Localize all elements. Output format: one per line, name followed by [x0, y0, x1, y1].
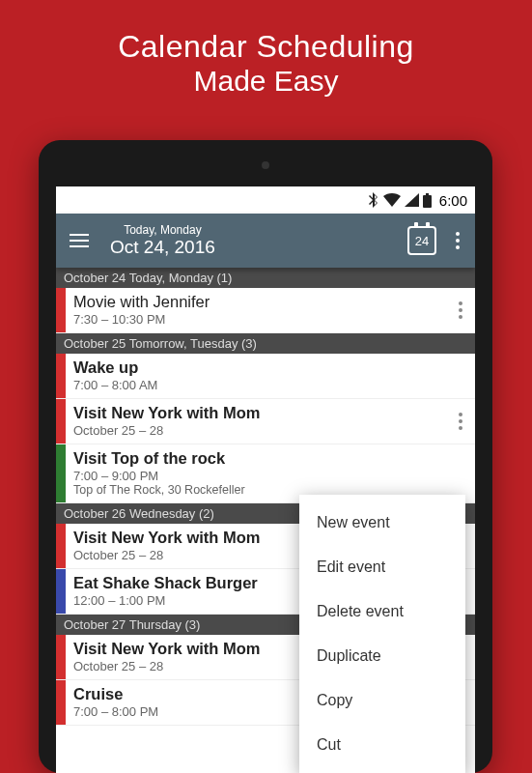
promo-title: Calendar Scheduling Made Easy	[0, 0, 532, 98]
event-color-strip	[56, 569, 66, 614]
screen: 6:00 Today, Monday Oct 24, 2016 24 Octob…	[56, 186, 475, 773]
today-number: 24	[415, 234, 429, 248]
app-bar: Today, Monday Oct 24, 2016 24	[56, 214, 475, 268]
event-color-strip	[56, 288, 66, 332]
promo-line1: Calendar Scheduling	[0, 29, 532, 65]
today-button[interactable]: 24	[407, 226, 436, 255]
event-color-strip	[56, 444, 66, 502]
event-title: Wake up	[73, 358, 467, 377]
wifi-icon	[383, 193, 401, 207]
menu-edit-event[interactable]: Edit event	[299, 545, 465, 589]
battery-icon	[423, 193, 432, 208]
event-color-strip	[56, 354, 66, 398]
event-color-strip	[56, 635, 66, 679]
event-time: 7:00 – 8:00 AM	[73, 378, 467, 392]
tablet-frame: 6:00 Today, Monday Oct 24, 2016 24 Octob…	[39, 140, 492, 773]
menu-new-event[interactable]: New event	[299, 501, 465, 545]
tablet-camera	[262, 161, 269, 169]
bluetooth-icon	[369, 192, 379, 208]
menu-delete-event[interactable]: Delete event	[299, 589, 465, 634]
event-time: 7:30 – 10:30 PM	[73, 312, 438, 327]
event-color-strip	[56, 524, 66, 568]
promo-line2: Made Easy	[0, 65, 532, 98]
hamburger-menu-icon[interactable]	[66, 230, 93, 251]
event-item[interactable]: Visit New York with Mom October 25 – 28	[56, 399, 475, 444]
date-big: Oct 24, 2016	[110, 237, 215, 258]
event-time: 7:00 – 9:00 PM	[73, 469, 467, 483]
menu-cut[interactable]: Cut	[299, 723, 465, 767]
clock-text: 6:00	[439, 192, 467, 209]
menu-copy[interactable]: Copy	[299, 678, 465, 723]
section-header: October 25 Tomorrow, Tuesday (3)	[56, 333, 475, 354]
context-menu: New event Edit event Delete event Duplic…	[299, 495, 465, 773]
event-title: Visit New York with Mom	[73, 404, 438, 422]
event-item[interactable]: Movie with Jennifer 7:30 – 10:30 PM	[56, 288, 475, 333]
menu-duplicate[interactable]: Duplicate	[299, 634, 465, 678]
event-time: October 25 – 28	[73, 423, 438, 438]
event-overflow-icon[interactable]	[446, 288, 475, 332]
appbar-overflow-icon[interactable]	[450, 226, 465, 255]
status-bar: 6:00	[56, 186, 475, 214]
event-title: Movie with Jennifer	[73, 293, 438, 311]
event-color-strip	[56, 680, 66, 725]
date-picker[interactable]: Today, Monday Oct 24, 2016	[110, 223, 215, 258]
signal-icon	[405, 193, 419, 207]
date-small: Today, Monday	[110, 223, 215, 237]
event-title: Visit Top of the rock	[73, 449, 467, 468]
event-item[interactable]: Wake up 7:00 – 8:00 AM	[56, 354, 475, 399]
event-list: October 24 Today, Monday (1) Movie with …	[56, 268, 475, 726]
event-overflow-icon[interactable]	[446, 399, 475, 444]
section-header: October 24 Today, Monday (1)	[56, 268, 475, 288]
event-color-strip	[56, 399, 66, 444]
